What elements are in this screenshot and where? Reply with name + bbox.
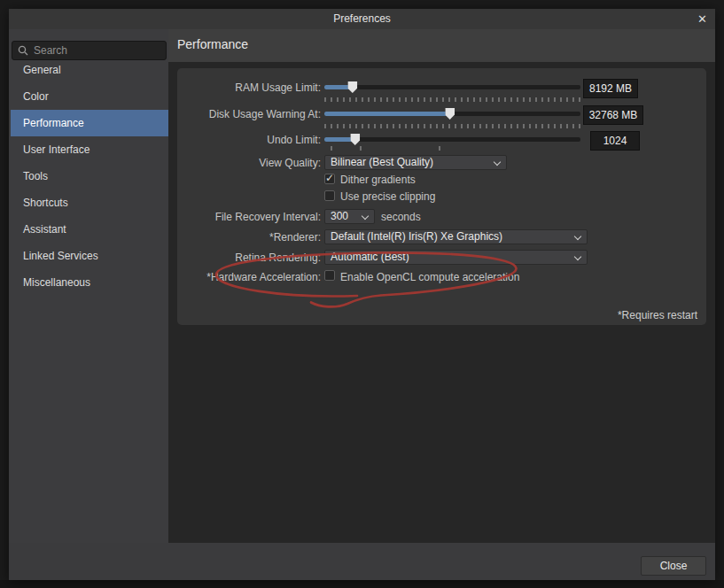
ram-usage-value[interactable]: 8192 MB xyxy=(583,79,638,98)
sidebar-item-miscellaneous[interactable]: Miscellaneous xyxy=(11,269,168,296)
sidebar-item-assistant[interactable]: Assistant xyxy=(11,216,168,243)
sidebar-item-performance[interactable]: Performance xyxy=(11,110,168,136)
dither-gradients-label: Dither gradients xyxy=(340,174,416,186)
dialog-bottom-bar: Close xyxy=(9,543,715,580)
performance-settings-panel: RAM Usage Limit: 8192 MB Disk Usage Warn… xyxy=(177,68,706,325)
disk-usage-value[interactable]: 32768 MB xyxy=(583,105,643,125)
chevron-down-icon xyxy=(575,254,581,260)
renderer-dropdown[interactable]: Default (Intel(R) Iris(R) Xe Graphics) xyxy=(324,229,588,244)
view-quality-dropdown[interactable]: Bilinear (Best Quality) xyxy=(324,155,507,170)
search-icon xyxy=(18,45,28,56)
file-recovery-dropdown[interactable]: 300 xyxy=(324,209,375,224)
slider-fill xyxy=(324,112,450,116)
dialog-titlebar[interactable]: Preferences ✕ xyxy=(9,9,715,29)
ram-usage-slider[interactable] xyxy=(324,85,580,89)
slider-thumb[interactable] xyxy=(445,108,455,120)
retina-rendering-dropdown[interactable]: Automatic (Best) xyxy=(324,250,588,265)
file-recovery-label: File Recovery Interval: xyxy=(177,211,321,223)
opencl-checkbox[interactable] xyxy=(324,270,335,281)
undo-tick xyxy=(331,146,332,151)
undo-tick xyxy=(360,146,362,151)
undo-tick xyxy=(439,146,440,151)
file-recovery-value: 300 xyxy=(331,210,348,222)
sidebar-nav: General Color Performance User Interface… xyxy=(9,57,168,296)
file-recovery-suffix: seconds xyxy=(381,211,421,223)
requires-restart-note: *Requires restart xyxy=(618,309,697,321)
page-title: Performance xyxy=(177,37,248,51)
undo-limit-label: Undo Limit: xyxy=(177,134,321,146)
view-quality-value: Bilinear (Best Quality) xyxy=(331,156,433,168)
slider-thumb[interactable] xyxy=(350,134,360,145)
background-app-strip xyxy=(0,580,724,588)
sidebar-item-shortcuts[interactable]: Shortcuts xyxy=(11,190,168,216)
sidebar-item-linked-services[interactable]: Linked Services xyxy=(11,243,168,269)
ram-slider-ticks xyxy=(324,97,580,102)
precise-clipping-checkbox[interactable] xyxy=(324,190,335,201)
chevron-down-icon xyxy=(494,159,501,166)
disk-usage-label: Disk Usage Warning At: xyxy=(177,108,321,120)
view-quality-label: View Quality: xyxy=(177,157,321,169)
retina-rendering-value: Automatic (Best) xyxy=(331,251,409,263)
close-button[interactable]: Close xyxy=(641,556,706,576)
opencl-label: Enable OpenCL compute acceleration xyxy=(340,271,519,283)
hardware-acceleration-label: *Hardware Acceleration: xyxy=(177,271,321,283)
retina-rendering-label: Retina Rendering: xyxy=(177,251,321,264)
chevron-down-icon xyxy=(362,213,369,220)
chevron-down-icon xyxy=(575,234,581,240)
preferences-dialog: Preferences ✕ General Color Performance … xyxy=(9,9,715,580)
close-icon[interactable]: ✕ xyxy=(697,9,707,29)
disk-usage-slider[interactable] xyxy=(324,112,580,116)
sidebar-item-general[interactable]: General xyxy=(11,57,168,83)
disk-slider-ticks xyxy=(324,124,580,128)
section-header: Performance xyxy=(168,29,715,62)
dither-gradients-checkbox[interactable] xyxy=(324,174,335,184)
undo-limit-value[interactable]: 1024 xyxy=(590,131,640,151)
renderer-value: Default (Intel(R) Iris(R) Xe Graphics) xyxy=(331,230,502,243)
sidebar-item-color[interactable]: Color xyxy=(11,83,168,110)
search-input[interactable] xyxy=(34,44,171,57)
sidebar: General Color Performance User Interface… xyxy=(9,29,168,543)
renderer-label: *Renderer: xyxy=(177,231,321,244)
precise-clipping-label: Use precise clipping xyxy=(340,190,435,203)
sidebar-item-user-interface[interactable]: User Interface xyxy=(11,136,168,163)
slider-thumb[interactable] xyxy=(347,81,357,93)
undo-limit-slider[interactable] xyxy=(324,137,580,142)
ram-usage-label: RAM Usage Limit: xyxy=(177,81,321,94)
sidebar-item-tools[interactable]: Tools xyxy=(11,163,168,190)
dialog-title: Preferences xyxy=(333,12,391,25)
